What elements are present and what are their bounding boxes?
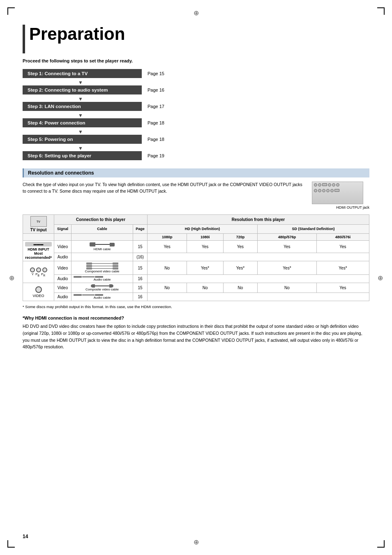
td-hdmi-audio-res (148, 253, 369, 261)
td-composite-video-page: 15 (133, 283, 148, 293)
step-arrow-3: ▼ (25, 113, 144, 118)
td-comp-480p: Yes* (258, 261, 317, 275)
comp-audio-label: Audio cable (74, 278, 131, 281)
step-row-5: Step 5: Powering on Page 18 (23, 135, 369, 144)
composite-cable-icon (74, 284, 131, 288)
table-subheader-cable-blank (71, 234, 133, 241)
hdmi-wire (95, 244, 110, 245)
pb-label: PB (35, 272, 39, 277)
step-box-3: Step 3: LAN connection (23, 102, 142, 111)
td-hdmi-video-page: 15 (133, 241, 148, 253)
ac-left (74, 276, 82, 278)
step-page-2: Page 16 (148, 88, 164, 92)
y-jack (30, 267, 35, 272)
hdmi-cable-label: HDMI cable (74, 247, 131, 251)
port-2 (318, 183, 321, 187)
td-composite-input: VIDEO (23, 283, 54, 301)
comp-cable-icon (74, 263, 131, 269)
port-7 (314, 189, 317, 192)
td-hdmi-1080i: Yes (187, 241, 223, 253)
crosshair-bottom: ⊕ (194, 538, 199, 546)
table-col-1080i: 1080i (187, 234, 223, 241)
page-title-wrapper: Preparation (23, 25, 369, 53)
table-header-connection: Connection to this player (54, 215, 148, 225)
td-comp-480i: Yes* (316, 261, 369, 275)
td-comp-1080p: No (148, 261, 187, 275)
ac-wire-2 (82, 295, 95, 295)
table-row-hdmi-audio: Audio (16) (23, 253, 369, 261)
table-subheader-cable: Cable (71, 224, 133, 233)
composite-icon (25, 286, 52, 293)
hdmi-output-image (312, 182, 363, 204)
comp-cable-row-2 (86, 265, 118, 267)
steps-container: Step 1: Connecting to a TV Page 15 ▼ Ste… (23, 69, 369, 160)
step-arrow-4: ▼ (25, 129, 144, 135)
step-row-2: Step 2: Connecting to audio system Page … (23, 85, 369, 94)
table-subheader-blank (23, 234, 54, 241)
hdmi-recommended-label: Mostrecommended* (25, 251, 52, 260)
td-composite-audio-page: 16 (133, 293, 148, 301)
composite-cable-label: Composite video cable (74, 288, 131, 291)
step-arrow-5: ▼ (25, 145, 144, 151)
sc-plug-2 (86, 265, 92, 267)
composite-circle (35, 286, 42, 293)
tv-icon: TV (30, 216, 47, 227)
y-label: Y (32, 272, 34, 277)
composite-audio-label: Audio cable (74, 296, 131, 299)
td-hdmi-video-cable: HDMI cable (71, 241, 133, 253)
table-subheader-signal-blank (54, 234, 71, 241)
pr-label: PR (41, 272, 45, 277)
why-hdmi-title: *Why HDMI connection is most recommended… (23, 315, 369, 320)
page-title: Preparation (29, 25, 125, 43)
td-hdmi-480p: Yes (258, 241, 317, 253)
td-hdmi-720p: Yes (223, 241, 257, 253)
td-composite-720p: No (223, 283, 257, 293)
corner-mark-br (377, 540, 385, 548)
subtitle: Proceed the following steps to set the p… (23, 58, 369, 63)
step-box-2: Step 2: Connecting to audio system (23, 85, 142, 94)
td-hdmi-audio-cable (71, 253, 133, 261)
td-hdmi-input: ▬▬▬ HDMI INPUT Mostrecommended* (23, 241, 54, 261)
comp-cable-row-1 (86, 263, 118, 265)
step-arrow-1: ▼ (25, 80, 144, 85)
sc-wire-3 (92, 268, 113, 269)
resolution-content: Check the type of video input on your TV… (23, 182, 369, 210)
pb-jack (36, 267, 41, 272)
td-composite-audio-cable: Audio cable (71, 293, 133, 301)
port-12 (334, 189, 339, 192)
step-row-6: Step 6: Setting up the player Page 19 (23, 151, 369, 160)
table-subheader-page-blank (133, 234, 148, 241)
step-page-6: Page 19 (148, 153, 164, 158)
td-comp-audio-page: 16 (133, 275, 148, 283)
table-header-resolution: Resolution from this player (148, 215, 369, 225)
step-row-1: Step 1: Connecting to a TV Page 15 (23, 69, 369, 78)
composite-wire (95, 286, 109, 286)
step-box-4: Step 4: Power connection (23, 118, 142, 127)
hdmi-plug-right (110, 243, 115, 246)
sc-plug-1 (86, 263, 92, 265)
sc-plug-r-1 (113, 263, 118, 265)
td-composite-video-cable: Composite video cable (71, 283, 133, 293)
td-comp-video-signal: Video (54, 261, 71, 275)
table-row-composite-audio: Audio Audio cable 16 (23, 293, 369, 301)
step-box-6: Step 6: Setting up the player (23, 151, 142, 160)
port-5 (332, 183, 335, 187)
hdmi-input-label: HDMI INPUT (28, 247, 49, 251)
title-accent-bar (23, 25, 25, 53)
hdmi-image-container: HDMI OUTPUT jack (312, 182, 369, 210)
page-number: 14 (23, 534, 28, 539)
component-circle-row (30, 267, 47, 272)
sc-plug-r-2 (113, 265, 118, 267)
td-comp-video-page: 15 (133, 261, 148, 275)
step-page-4: Page 18 (148, 120, 164, 125)
step-row-3: Step 3: LAN connection Page 17 (23, 102, 369, 111)
table-col-480p: 480p/576p (258, 234, 317, 241)
table-row-component-video: Y PB PR Video (23, 261, 369, 275)
td-comp-audio-cable: Audio cable (71, 275, 133, 283)
component-labels: Y PB PR (30, 272, 47, 277)
step-row-4: Step 4: Power connection Page 18 (23, 118, 369, 127)
hdmi-plug-left (90, 242, 95, 246)
table-row-composite-video: VIDEO Video Composite video cable 15 No … (23, 283, 369, 293)
td-composite-1080p: No (148, 283, 187, 293)
comp-cable-label: Component video cable (74, 269, 131, 273)
